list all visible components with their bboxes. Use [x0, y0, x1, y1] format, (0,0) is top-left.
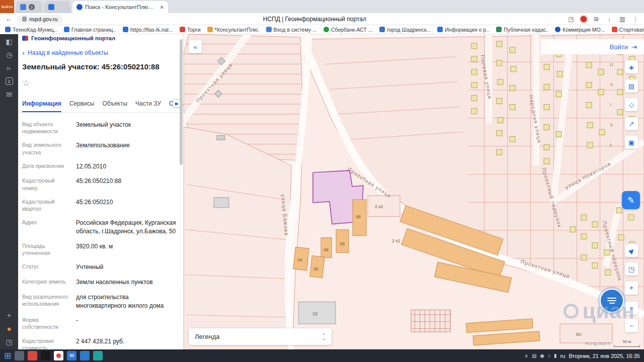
house-number: 7: [609, 103, 611, 107]
house-number: 9: [610, 82, 612, 87]
taskbar-app-icon[interactable]: [80, 351, 90, 360]
bookmark-item[interactable]: Торги: [180, 27, 201, 33]
house-number: 5: [610, 123, 612, 127]
draw-tool-icon[interactable]: ✎: [622, 191, 640, 209]
bookmark-item[interactable]: Коммерция МО...: [555, 27, 605, 33]
measure-area-icon[interactable]: ◇: [625, 98, 638, 111]
field-row: Категория земельЗемли населенных пунктов: [18, 278, 183, 287]
taskbar-app-icon[interactable]: [15, 351, 24, 360]
bookmark-item[interactable]: город Шадринск...: [379, 27, 431, 33]
locate-icon[interactable]: ⌖: [625, 282, 638, 295]
bookmark-item[interactable]: Информация о р...: [437, 27, 490, 33]
widgets-icon[interactable]: ◳: [6, 338, 12, 345]
bookmark-item[interactable]: Публичная кадас...: [496, 27, 548, 33]
clock[interactable]: Вторник, 21 янв 2025, 16:35: [569, 353, 640, 359]
tab-favicon: [76, 4, 83, 10]
house-number: 46: [324, 247, 329, 252]
panel-scrollbar[interactable]: [180, 39, 183, 165]
bookmark-item[interactable]: Вход в систему ...: [266, 27, 317, 33]
bookmark-item[interactable]: Сбербанк-АСТ ...: [324, 27, 373, 33]
download-icon[interactable]: ↓: [605, 16, 614, 23]
parcel-info-panel: Геоинформационный портал ‹ Назад в найде…: [18, 34, 184, 349]
login-button[interactable]: Войти: [610, 43, 628, 51]
house-number: 2 к2: [375, 204, 383, 209]
browser-tab-active[interactable]: Поиск - КонсультантПлю... ✕: [72, 1, 168, 13]
profile-avatar[interactable]: [580, 15, 588, 23]
taskbar-app-icon[interactable]: [54, 351, 63, 360]
address-text: nspd.gov.ru: [29, 16, 58, 22]
system-tray: ∧ ▤ ◉ ♪ ▮ ru Вторник, 21 янв 2025, 16:35: [525, 353, 640, 359]
taskbar-app-icon[interactable]: [28, 351, 37, 360]
field-row: СтатусУчтенный: [18, 263, 183, 272]
tray-network-icon[interactable]: ◉: [540, 353, 544, 358]
tab-close-icon[interactable]: ✕: [160, 5, 164, 10]
browser-menu-icon[interactable]: ⋮: [631, 16, 640, 23]
navigate-icon[interactable]: ▶: [625, 244, 638, 257]
map-login-bar: Войти ⇥: [541, 39, 644, 54]
apps-grid-icon[interactable]: ⊞: [592, 16, 601, 23]
bookmark-item[interactable]: *КонсультантПлю...: [207, 27, 260, 33]
collapse-panel-icon[interactable]: «: [189, 40, 202, 53]
browser-profile-login[interactable]: Войти: [0, 0, 14, 13]
field-row: Вид земельного участкаЗемлепользование: [18, 141, 183, 155]
tab-services[interactable]: Сервисы: [69, 97, 95, 112]
tray-expand-icon[interactable]: ∧: [525, 353, 528, 358]
address-pill[interactable]: nspd.gov.ru: [17, 15, 63, 24]
field-row: АдресРоссийская Федерация, Курганская об…: [18, 219, 183, 236]
tab-title: Поиск - КонсультантПлю...: [85, 4, 157, 10]
bookmark-item[interactable]: Главная страниц...: [64, 27, 116, 33]
ruler-icon[interactable]: ▤: [625, 79, 638, 93]
tab-objects[interactable]: Объекты: [103, 97, 128, 112]
panel-toggle-icon[interactable]: ◧: [6, 38, 12, 45]
back-icon[interactable]: ←: [4, 15, 13, 23]
counter-badge[interactable]: 2: [6, 77, 13, 85]
site-security-icon[interactable]: [22, 17, 27, 22]
screen: Войти 2 Поиск - КонсультантПлю... ✕ ← ns…: [0, 0, 644, 362]
tray-volume-icon[interactable]: ♪: [548, 353, 550, 358]
share-icon[interactable]: ↗: [625, 117, 638, 130]
tray-icon[interactable]: ▤: [532, 353, 536, 358]
back-to-results-link[interactable]: ‹ Назад в найденные объекты: [22, 49, 179, 56]
bookmark-favicon: [379, 27, 385, 32]
login-arrow-icon: ⇥: [631, 43, 637, 51]
start-button-icon[interactable]: ⊞: [4, 351, 11, 360]
history-icon[interactable]: ◷: [6, 51, 12, 58]
arrow-icon: ▶: [627, 246, 636, 255]
favorite-star-icon[interactable]: ☆: [22, 78, 179, 88]
browser-tab-2[interactable]: [44, 1, 70, 13]
taskbar-app-icon[interactable]: ✉: [67, 351, 76, 360]
alice-icon[interactable]: ●: [7, 325, 11, 332]
bookmark-item[interactable]: ТехноКад-Муниц...: [5, 27, 57, 33]
panel-tabs: Информация Сервисы Объекты Части ЗУ Сост…: [18, 97, 183, 113]
browser-tab-1[interactable]: 2: [16, 1, 42, 13]
house-number: 34: [297, 257, 302, 262]
taskbar-app-icon[interactable]: [41, 351, 50, 360]
legend-bar[interactable]: Легенда ⌃⌄: [189, 328, 332, 345]
side-panel-icon[interactable]: ▥: [618, 16, 627, 23]
tab-parts[interactable]: Части ЗУ: [135, 97, 161, 112]
tab-favicon: [20, 4, 26, 10]
play-icon[interactable]: ▹: [7, 64, 11, 71]
print-icon[interactable]: ▣: [625, 136, 638, 149]
mail-icon[interactable]: ✉: [6, 91, 12, 98]
house-number: 38: [340, 241, 345, 246]
extensions-icon[interactable]: ◳: [567, 16, 576, 23]
bookmark-favicon: [496, 27, 502, 32]
bookmark-item[interactable]: Стартовая стран...: [612, 27, 644, 33]
language-indicator[interactable]: ru: [560, 353, 566, 359]
main-area: ◧ ◷ ▹ 2 ✉ + ● ◳ Геоинформационный портал…: [0, 34, 644, 349]
map-canvas[interactable]: Проектная улица улица Бажова Проектная у…: [184, 34, 644, 349]
house-number: 3: [609, 143, 611, 147]
tab-information[interactable]: Информация: [22, 97, 61, 112]
add-icon[interactable]: +: [7, 312, 11, 319]
parcel-title: Земельный участок: 45:26:050210:88: [22, 62, 179, 71]
taskbar-app-icon[interactable]: [93, 351, 103, 360]
chevron-left-icon: ‹: [22, 49, 25, 56]
browser-side-rail: ◧ ◷ ▹ 2 ✉ + ● ◳: [0, 34, 18, 349]
watermark: циан: [564, 299, 635, 323]
frame-select-icon[interactable]: ◳: [625, 262, 638, 276]
bookmark-favicon: [555, 27, 560, 32]
tray-battery-icon[interactable]: ▮: [554, 353, 557, 358]
layers-icon[interactable]: ◈: [625, 60, 638, 73]
bookmark-item[interactable]: https://fias-lk.nal...: [123, 27, 173, 33]
